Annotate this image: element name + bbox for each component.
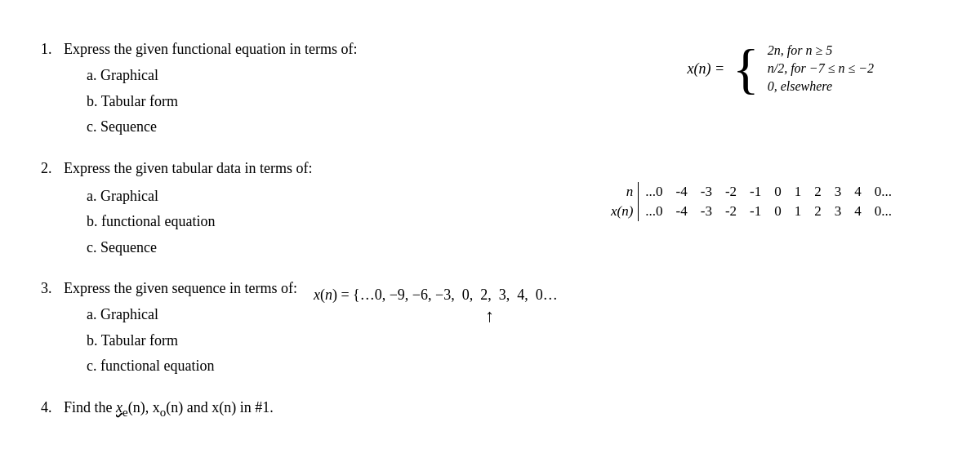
problem-1-sub-c-text: Sequence xyxy=(100,118,157,135)
piecewise-brace-icon: { xyxy=(733,41,760,96)
problem-1-title: Express the given functional equation in… xyxy=(64,41,357,58)
piecewise-case-3: 0, elsewhere xyxy=(768,79,874,94)
piecewise-lhs: x(n) = xyxy=(687,60,724,78)
table-xn-val-3: -3 xyxy=(694,202,719,221)
piecewise-formula: x(n) = { 2n, for n ≥ 5 n/2, for −7 ≤ n ≤… xyxy=(687,41,874,96)
problem-1-split: Express the given functional equation in… xyxy=(64,41,923,140)
problem-3-sub-b: b. Tabular form xyxy=(87,328,297,354)
table-row-n: n ...0 -4 -3 -2 -1 0 1 2 3 xyxy=(604,182,898,202)
problem-2-sub-b-label: b. xyxy=(87,213,98,229)
sequence-arrow-up-icon: ↑ xyxy=(485,305,494,327)
problem-3-number: 3. xyxy=(41,280,64,297)
problem-2-content: Express the given tabular data in terms … xyxy=(64,160,923,261)
problem-1-sub-a-text: Graphical xyxy=(100,67,158,83)
table-n-val-7: 1 xyxy=(788,182,808,202)
table-xn-val-5: -1 xyxy=(743,202,768,221)
problem-4-xe: xe xyxy=(116,399,128,415)
problem-3-sub-c-label: c. xyxy=(87,358,97,374)
problem-2-sub-b: b. functional equation xyxy=(87,209,215,235)
problem-3-sub-a-label: a. xyxy=(87,306,97,322)
problem-1-subitems: a. Graphical b. Tabular form c. Sequence xyxy=(87,63,357,140)
problem-2-header: 2. Express the given tabular data in ter… xyxy=(41,160,923,261)
problem-2-number: 2. xyxy=(41,160,64,177)
problem-1: 1. Express the given functional equation… xyxy=(41,41,923,140)
problem-1-sub-a-label: a. xyxy=(87,67,97,83)
problem-3-left: Express the given sequence in terms of: … xyxy=(64,280,297,380)
table-xn-val-11: 0... xyxy=(868,202,898,221)
problem-3-sub-c: c. functional equation xyxy=(87,353,297,380)
problem-2-sub-b-text: functional equation xyxy=(101,213,215,229)
problem-1-formula-area: x(n) = { 2n, for n ≥ 5 n/2, for −7 ≤ n ≤… xyxy=(357,41,923,96)
problem-2-subitems: a. Graphical b. functional equation c. S… xyxy=(87,184,215,261)
problem-4-text-after: (n) and x(n) in #1. xyxy=(166,399,273,415)
signal-table: n ...0 -4 -3 -2 -1 0 1 2 3 xyxy=(604,182,898,221)
problem-3-sub-a: a. Graphical xyxy=(87,302,297,328)
page-content: 1. Express the given functional equation… xyxy=(24,24,947,455)
problem-4-header: 4. Find the xe(n), xo(n) and x(n) in #1. xyxy=(41,399,923,420)
problem-1-number: 1. xyxy=(41,41,64,58)
problem-2-sub-a: a. Graphical xyxy=(87,184,215,210)
problem-1-sub-b-text: Tabular form xyxy=(101,93,178,109)
problem-3-content: Express the given sequence in terms of: … xyxy=(64,280,923,380)
problem-2: 2. Express the given tabular data in ter… xyxy=(41,160,923,261)
problem-2-sub-c-text: Sequence xyxy=(100,239,157,255)
table-n-val-9: 3 xyxy=(828,182,849,202)
table-xn-val-10: 4 xyxy=(848,202,868,221)
problem-4-content: Find the xe(n), xo(n) and x(n) in #1. xyxy=(64,399,923,420)
table-n-val-2: -4 xyxy=(670,182,694,202)
problem-3-split: Express the given sequence in terms of: … xyxy=(64,280,923,380)
problem-3: 3. Express the given sequence in terms o… xyxy=(41,280,923,380)
table-xn-val-8: 2 xyxy=(808,202,828,221)
problem-2-split: a. Graphical b. functional equation c. S… xyxy=(64,182,923,261)
problem-2-sub-c: c. Sequence xyxy=(87,235,215,261)
problem-1-content: Express the given functional equation in… xyxy=(64,41,923,140)
problem-1-sub-a: a. Graphical xyxy=(87,63,357,89)
sequence-formula: x(n) = {…0, −9, −6, −3, 0, 2, 3, 4, 0… xyxy=(314,287,558,304)
problem-3-sequence-area: x(n) = {…0, −9, −6, −3, 0, 2, 3, 4, 0… ↑ xyxy=(297,280,923,327)
problem-2-sub-c-label: c. xyxy=(87,239,97,255)
table-n-val-6: 0 xyxy=(768,182,788,202)
problem-2-sub-a-text: Graphical xyxy=(100,188,158,204)
problem-1-header: 1. Express the given functional equation… xyxy=(41,41,923,140)
piecewise-cases: 2n, for n ≥ 5 n/2, for −7 ≤ n ≤ −2 0, el… xyxy=(768,43,874,94)
table-label-xn: x(n) xyxy=(604,202,639,221)
problem-4-text-before: Find the xyxy=(64,399,116,415)
table-n-val-5: -1 xyxy=(743,182,768,202)
problem-1-sub-b: b. Tabular form xyxy=(87,89,357,115)
piecewise-case-1: 2n, for n ≥ 5 xyxy=(768,43,874,58)
table-n-val-10: 4 xyxy=(848,182,868,202)
table-n-val-11: 0... xyxy=(868,182,898,202)
table-xn-val-7: 1 xyxy=(788,202,808,221)
table-label-n: n xyxy=(604,182,639,202)
table-xn-val-6: 0 xyxy=(768,202,788,221)
table-n-val-4: -2 xyxy=(719,182,743,202)
table-row-xn: x(n) ...0 -4 -3 -2 -1 0 1 2 3 xyxy=(604,202,898,221)
table-n-val-3: -3 xyxy=(694,182,719,202)
problem-3-sub-c-text: functional equation xyxy=(100,358,214,374)
problem-3-sub-b-label: b. xyxy=(87,332,98,349)
table-xn-val-4: -2 xyxy=(719,202,743,221)
problem-1-sub-c-label: c. xyxy=(87,118,97,135)
problem-4: 4. Find the xe(n), xo(n) and x(n) in #1. xyxy=(41,399,923,420)
problem-4-number: 4. xyxy=(41,399,64,416)
table-xn-val-2: -4 xyxy=(670,202,694,221)
table-xn-val-9: 3 xyxy=(828,202,849,221)
problem-4-text-middle: (n), xo xyxy=(128,399,167,415)
problem-3-sub-a-text: Graphical xyxy=(100,306,158,322)
table-xn-val-1: ...0 xyxy=(639,202,670,221)
problem-2-table-area: n ...0 -4 -3 -2 -1 0 1 2 3 xyxy=(215,182,923,221)
piecewise-case-2: n/2, for −7 ≤ n ≤ −2 xyxy=(768,61,874,76)
problem-1-sub-b-label: b. xyxy=(87,93,98,109)
problem-1-sub-c: c. Sequence xyxy=(87,114,357,140)
problem-2-left: a. Graphical b. functional equation c. S… xyxy=(64,182,215,261)
problem-3-title: Express the given sequence in terms of: xyxy=(64,280,297,297)
problem-3-header: 3. Express the given sequence in terms o… xyxy=(41,280,923,380)
table-n-val-8: 2 xyxy=(808,182,828,202)
problem-2-sub-a-label: a. xyxy=(87,188,97,204)
table-n-val-1: ...0 xyxy=(639,182,670,202)
problem-2-title: Express the given tabular data in terms … xyxy=(64,160,923,177)
problem-3-sub-b-text: Tabular form xyxy=(101,332,178,349)
problem-1-left: Express the given functional equation in… xyxy=(64,41,357,140)
problem-3-subitems: a. Graphical b. Tabular form c. function… xyxy=(87,302,297,380)
